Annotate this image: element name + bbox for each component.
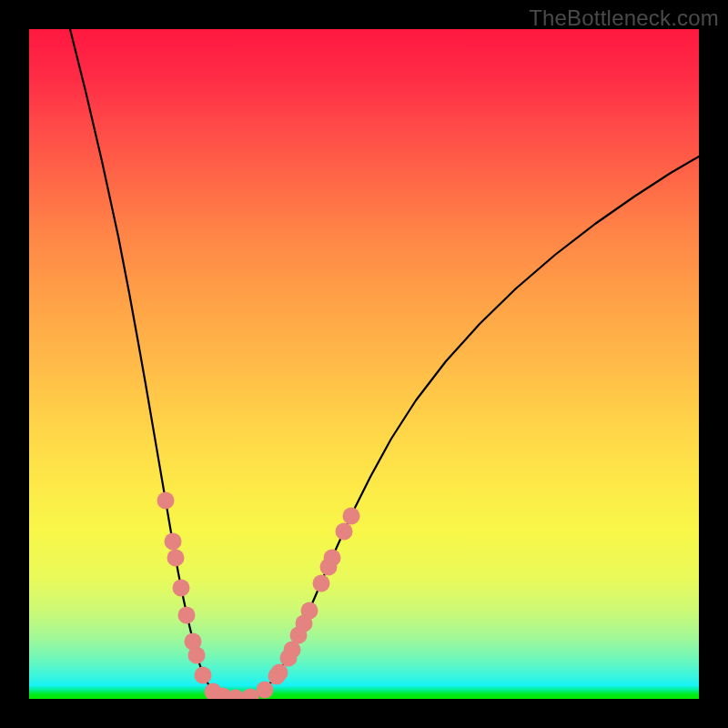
- curve-marker-dot: [167, 550, 185, 567]
- curve-marker-dot: [188, 647, 206, 664]
- chart-frame: TheBottleneck.com: [0, 0, 728, 728]
- curve-marker-dot: [313, 575, 330, 592]
- curve-marker-dot: [165, 533, 182, 551]
- watermark-text: TheBottleneck.com: [529, 5, 719, 31]
- curve-marker-dot: [178, 607, 196, 624]
- curve-marker-dot: [157, 492, 175, 510]
- curve-marker-dot: [343, 508, 360, 525]
- curve-marker-dot: [336, 523, 353, 541]
- curve-marker-dot: [257, 682, 274, 699]
- curve-marker-dot: [301, 602, 318, 620]
- curve-marker-dot: [173, 580, 190, 597]
- bottleneck-curve: [70, 29, 699, 698]
- curve-marker-dot: [195, 667, 212, 684]
- plot-area: [29, 29, 699, 699]
- curve-marker-dot: [324, 550, 341, 567]
- curve-markers: [157, 492, 360, 700]
- curve-marker-dot: [271, 664, 288, 682]
- chart-svg: [29, 29, 699, 699]
